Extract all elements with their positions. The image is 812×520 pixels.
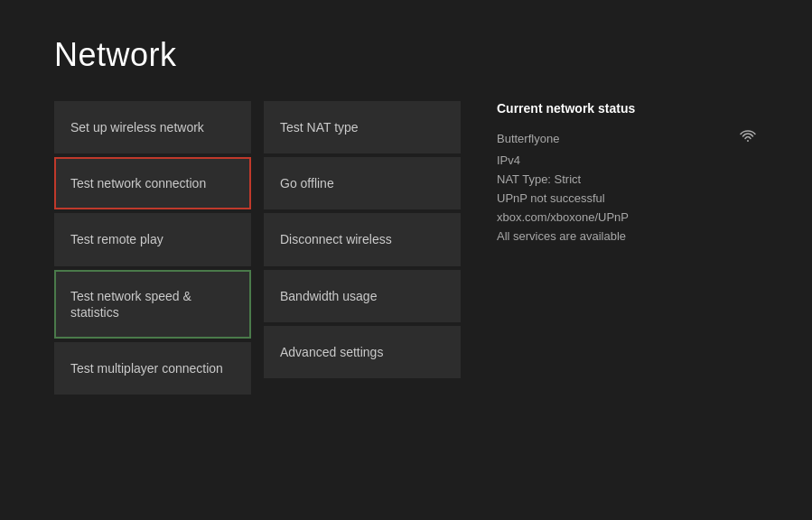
status-row-upnp-status: UPnP not successful: [497, 189, 758, 208]
left-menu-item-test-remote-play[interactable]: Test remote play: [54, 213, 251, 265]
status-label-ip-type: IPv4: [497, 153, 520, 167]
status-row-upnp-url: xbox.com/xboxone/UPnP: [497, 208, 758, 227]
wifi-icon: [738, 129, 758, 148]
left-menu-item-test-network-speed[interactable]: Test network speed & statistics: [54, 270, 251, 339]
left-menu-item-test-multiplayer[interactable]: Test multiplayer connection: [54, 342, 251, 395]
status-title: Current network status: [497, 101, 758, 116]
status-section: Current network status Butterflyone IPv4…: [497, 101, 758, 246]
middle-menu-item-advanced-settings[interactable]: Advanced settings: [264, 326, 461, 378]
status-row-services-status: All services are available: [497, 227, 758, 246]
middle-menu-item-bandwidth-usage[interactable]: Bandwidth usage: [264, 270, 461, 322]
status-label-network-name: Butterflyone: [497, 132, 559, 145]
middle-menu-item-test-nat[interactable]: Test NAT type: [264, 101, 461, 153]
left-column: Set up wireless networkTest network conn…: [54, 101, 251, 484]
page-container: Network Set up wireless networkTest netw…: [0, 0, 812, 520]
middle-column: Test NAT typeGo offlineDisconnect wirele…: [264, 101, 461, 484]
status-label-nat-type: NAT Type: Strict: [497, 172, 581, 186]
left-menu-item-setup-wireless[interactable]: Set up wireless network: [54, 101, 251, 153]
status-label-upnp-status: UPnP not successful: [497, 191, 605, 205]
status-label-upnp-url: xbox.com/xboxone/UPnP: [497, 210, 629, 224]
left-menu-item-test-network-connection[interactable]: Test network connection: [54, 157, 251, 209]
status-row-nat-type: NAT Type: Strict: [497, 170, 758, 189]
right-column: Current network status Butterflyone IPv4…: [488, 101, 758, 484]
content-area: Set up wireless networkTest network conn…: [54, 101, 758, 484]
status-row-network-name: Butterflyone: [497, 126, 758, 151]
middle-menu-item-disconnect-wireless[interactable]: Disconnect wireless: [264, 213, 461, 265]
middle-menu-item-go-offline[interactable]: Go offline: [264, 157, 461, 209]
status-label-services-status: All services are available: [497, 229, 626, 243]
page-title: Network: [54, 36, 758, 74]
status-row-ip-type: IPv4: [497, 151, 758, 170]
